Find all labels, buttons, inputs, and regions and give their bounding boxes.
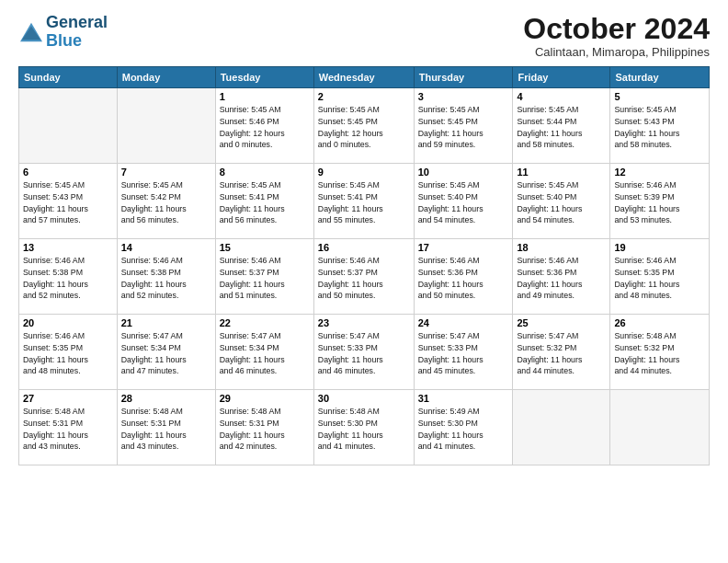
week-row-5: 27Sunrise: 5:48 AM Sunset: 5:31 PM Dayli… — [19, 390, 710, 465]
day-number: 26 — [614, 317, 705, 328]
calendar-cell: 2Sunrise: 5:45 AM Sunset: 5:45 PM Daylig… — [313, 88, 414, 164]
week-row-1: 1Sunrise: 5:45 AM Sunset: 5:46 PM Daylig… — [19, 88, 710, 164]
week-row-3: 13Sunrise: 5:46 AM Sunset: 5:38 PM Dayli… — [19, 239, 710, 315]
calendar-cell: 23Sunrise: 5:47 AM Sunset: 5:33 PM Dayli… — [313, 315, 414, 390]
day-number: 7 — [121, 167, 211, 178]
calendar-cell: 7Sunrise: 5:45 AM Sunset: 5:42 PM Daylig… — [117, 164, 215, 239]
cell-info: Sunrise: 5:45 AM Sunset: 5:43 PM Dayligh… — [614, 104, 705, 151]
calendar-cell: 22Sunrise: 5:47 AM Sunset: 5:34 PM Dayli… — [215, 315, 313, 390]
calendar-cell: 6Sunrise: 5:45 AM Sunset: 5:43 PM Daylig… — [19, 164, 118, 239]
calendar-cell: 1Sunrise: 5:45 AM Sunset: 5:46 PM Daylig… — [215, 88, 313, 164]
day-number: 16 — [318, 242, 410, 253]
calendar-cell: 20Sunrise: 5:46 AM Sunset: 5:35 PM Dayli… — [19, 315, 118, 390]
day-number: 30 — [318, 393, 410, 404]
day-number: 1 — [220, 91, 310, 102]
weekday-saturday: Saturday — [610, 67, 710, 88]
day-number: 19 — [614, 242, 705, 253]
cell-info: Sunrise: 5:47 AM Sunset: 5:32 PM Dayligh… — [517, 330, 606, 377]
calendar-cell: 4Sunrise: 5:45 AM Sunset: 5:44 PM Daylig… — [513, 88, 610, 164]
week-row-2: 6Sunrise: 5:45 AM Sunset: 5:43 PM Daylig… — [19, 164, 710, 239]
calendar-cell — [513, 390, 610, 465]
day-number: 6 — [23, 167, 113, 178]
day-number: 25 — [517, 317, 606, 328]
cell-info: Sunrise: 5:46 AM Sunset: 5:39 PM Dayligh… — [614, 179, 705, 226]
cell-info: Sunrise: 5:47 AM Sunset: 5:33 PM Dayligh… — [418, 330, 509, 377]
day-number: 17 — [418, 242, 509, 253]
weekday-tuesday: Tuesday — [215, 67, 313, 88]
calendar-cell: 17Sunrise: 5:46 AM Sunset: 5:36 PM Dayli… — [414, 239, 513, 315]
cell-info: Sunrise: 5:49 AM Sunset: 5:30 PM Dayligh… — [418, 406, 509, 453]
cell-info: Sunrise: 5:45 AM Sunset: 5:41 PM Dayligh… — [220, 179, 310, 226]
day-number: 12 — [614, 167, 705, 178]
weekday-wednesday: Wednesday — [313, 67, 414, 88]
calendar-cell: 27Sunrise: 5:48 AM Sunset: 5:31 PM Dayli… — [19, 390, 118, 465]
logo-general: General — [46, 13, 108, 31]
weekday-monday: Monday — [117, 67, 215, 88]
day-number: 22 — [220, 317, 310, 328]
day-number: 31 — [418, 393, 509, 404]
day-number: 13 — [23, 242, 113, 253]
svg-marker-1 — [22, 26, 40, 40]
page: GeneralBlue October 2024 Calintaan, Mima… — [0, 0, 728, 563]
cell-info: Sunrise: 5:45 AM Sunset: 5:46 PM Dayligh… — [220, 104, 310, 151]
weekday-header-row: SundayMondayTuesdayWednesdayThursdayFrid… — [19, 67, 710, 88]
logo-text: GeneralBlue — [46, 14, 108, 51]
day-number: 27 — [23, 393, 113, 404]
cell-info: Sunrise: 5:46 AM Sunset: 5:37 PM Dayligh… — [318, 255, 410, 302]
calendar-cell: 25Sunrise: 5:47 AM Sunset: 5:32 PM Dayli… — [513, 315, 610, 390]
calendar-cell — [117, 88, 215, 164]
cell-info: Sunrise: 5:45 AM Sunset: 5:40 PM Dayligh… — [517, 179, 606, 226]
location: Calintaan, Mimaropa, Philippines — [523, 45, 710, 59]
cell-info: Sunrise: 5:45 AM Sunset: 5:42 PM Dayligh… — [121, 179, 211, 226]
calendar-cell: 28Sunrise: 5:48 AM Sunset: 5:31 PM Dayli… — [117, 390, 215, 465]
calendar-table: SundayMondayTuesdayWednesdayThursdayFrid… — [18, 66, 710, 465]
calendar-cell: 29Sunrise: 5:48 AM Sunset: 5:31 PM Dayli… — [215, 390, 313, 465]
day-number: 24 — [418, 317, 509, 328]
cell-info: Sunrise: 5:46 AM Sunset: 5:38 PM Dayligh… — [121, 255, 211, 302]
day-number: 14 — [121, 242, 211, 253]
calendar-cell: 31Sunrise: 5:49 AM Sunset: 5:30 PM Dayli… — [414, 390, 513, 465]
cell-info: Sunrise: 5:46 AM Sunset: 5:35 PM Dayligh… — [23, 330, 113, 377]
day-number: 4 — [517, 91, 606, 102]
day-number: 5 — [614, 91, 705, 102]
month-title: October 2024 — [523, 14, 710, 43]
cell-info: Sunrise: 5:47 AM Sunset: 5:34 PM Dayligh… — [220, 330, 310, 377]
cell-info: Sunrise: 5:45 AM Sunset: 5:44 PM Dayligh… — [517, 104, 606, 151]
calendar-cell: 12Sunrise: 5:46 AM Sunset: 5:39 PM Dayli… — [610, 164, 710, 239]
cell-info: Sunrise: 5:45 AM Sunset: 5:41 PM Dayligh… — [318, 179, 410, 226]
cell-info: Sunrise: 5:46 AM Sunset: 5:36 PM Dayligh… — [517, 255, 606, 302]
day-number: 28 — [121, 393, 211, 404]
logo-icon — [18, 21, 44, 43]
cell-info: Sunrise: 5:47 AM Sunset: 5:34 PM Dayligh… — [121, 330, 211, 377]
calendar-cell — [19, 88, 118, 164]
cell-info: Sunrise: 5:46 AM Sunset: 5:35 PM Dayligh… — [614, 255, 705, 302]
cell-info: Sunrise: 5:47 AM Sunset: 5:33 PM Dayligh… — [318, 330, 410, 377]
calendar-cell: 3Sunrise: 5:45 AM Sunset: 5:45 PM Daylig… — [414, 88, 513, 164]
calendar-cell: 5Sunrise: 5:45 AM Sunset: 5:43 PM Daylig… — [610, 88, 710, 164]
cell-info: Sunrise: 5:48 AM Sunset: 5:32 PM Dayligh… — [614, 330, 705, 377]
cell-info: Sunrise: 5:48 AM Sunset: 5:31 PM Dayligh… — [220, 406, 310, 453]
title-block: October 2024 Calintaan, Mimaropa, Philip… — [523, 14, 710, 59]
cell-info: Sunrise: 5:48 AM Sunset: 5:31 PM Dayligh… — [121, 406, 211, 453]
calendar-cell: 21Sunrise: 5:47 AM Sunset: 5:34 PM Dayli… — [117, 315, 215, 390]
day-number: 15 — [220, 242, 310, 253]
day-number: 2 — [318, 91, 410, 102]
header: GeneralBlue October 2024 Calintaan, Mima… — [18, 14, 710, 59]
cell-info: Sunrise: 5:45 AM Sunset: 5:45 PM Dayligh… — [418, 104, 509, 151]
cell-info: Sunrise: 5:48 AM Sunset: 5:30 PM Dayligh… — [318, 406, 410, 453]
day-number: 29 — [220, 393, 310, 404]
day-number: 10 — [418, 167, 509, 178]
cell-info: Sunrise: 5:45 AM Sunset: 5:45 PM Dayligh… — [318, 104, 410, 151]
calendar-cell — [610, 390, 710, 465]
day-number: 8 — [220, 167, 310, 178]
weekday-sunday: Sunday — [19, 67, 118, 88]
cell-info: Sunrise: 5:46 AM Sunset: 5:36 PM Dayligh… — [418, 255, 509, 302]
week-row-4: 20Sunrise: 5:46 AM Sunset: 5:35 PM Dayli… — [19, 315, 710, 390]
calendar-cell: 16Sunrise: 5:46 AM Sunset: 5:37 PM Dayli… — [313, 239, 414, 315]
logo-blue: Blue — [46, 31, 82, 50]
cell-info: Sunrise: 5:48 AM Sunset: 5:31 PM Dayligh… — [23, 406, 113, 453]
calendar-cell: 11Sunrise: 5:45 AM Sunset: 5:40 PM Dayli… — [513, 164, 610, 239]
weekday-friday: Friday — [513, 67, 610, 88]
cell-info: Sunrise: 5:46 AM Sunset: 5:38 PM Dayligh… — [23, 255, 113, 302]
calendar-cell: 26Sunrise: 5:48 AM Sunset: 5:32 PM Dayli… — [610, 315, 710, 390]
